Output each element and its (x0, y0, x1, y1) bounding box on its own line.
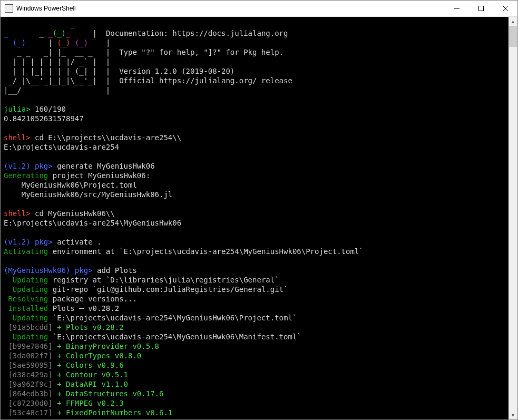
pkg-added: + DataStructures v0.17.6 (53, 389, 164, 398)
status-text: Updating (4, 314, 48, 322)
pkg-hash: [b99e7846] (4, 342, 53, 350)
pkg-added: + DataAPI v1.1.0 (53, 380, 128, 388)
banner-line: (_) (75, 38, 88, 47)
pkg-hash: [53c48c17] (4, 408, 53, 417)
output-text: E:\projects\ucdavis-are254 (4, 143, 119, 151)
output-text: environment at `E:\projects\ucdavis-are2… (48, 247, 363, 256)
banner-line: |__/ | (4, 86, 110, 94)
command-text: cd MyGeniusHwk06\\ (31, 209, 115, 218)
banner-line: | (88, 38, 110, 47)
banner-line: | | | | | | |/ _` | | (4, 57, 110, 66)
output-text: `E:\projects\ucdavis-are254\MyGeniusHwk0… (48, 333, 301, 341)
command-text: 160/190 (31, 105, 66, 113)
scroll-down-icon[interactable]: ▼ (509, 411, 517, 419)
pkg-hash: [91a5bcdd] (4, 323, 53, 331)
status-text: Resolving (4, 295, 48, 303)
banner-line: (_) (53, 29, 66, 37)
output-text: project MyGeniusHwk06: (48, 171, 150, 180)
maximize-button[interactable] (469, 1, 493, 16)
shell-prompt: shell> (4, 133, 31, 142)
pkg-hash: [d38c429a] (4, 370, 53, 379)
minimize-button[interactable] (445, 1, 469, 16)
banner-line: _ (8, 29, 48, 37)
pkg-prompt: (v1.2) pkg> (4, 162, 53, 170)
svg-rect-1 (479, 6, 484, 11)
output-text: `E:\projects\ucdavis-are254\MyGeniusHwk0… (48, 314, 297, 322)
banner-line (4, 38, 13, 47)
pkg-prompt: (MyGeniusHwk06) pkg> (4, 266, 93, 275)
status-text: Updating (4, 285, 48, 294)
scroll-thumb[interactable] (509, 26, 517, 47)
julia-prompt: julia> (4, 105, 31, 113)
window-title: Windows PowerShell (16, 5, 445, 12)
pkg-added: + Contour v0.5.1 (53, 370, 128, 379)
command-text: generate MyGeniusHwk06 (53, 162, 155, 170)
pkg-hash: [3da002f7] (4, 351, 53, 360)
output-text: package versions... (48, 295, 137, 303)
output-text: E:\projects\ucdavis-are254\MyGeniusHwk06 (4, 219, 181, 227)
pkg-hash: [9a962f9c] (4, 380, 53, 388)
output-text: registry at `D:\libraries\julia\registri… (48, 276, 279, 284)
output-text: 0.8421052631578947 (4, 114, 84, 123)
powershell-window: Windows PowerShell _ _ _ _(_)_ | Documen… (0, 0, 518, 420)
app-icon (5, 4, 13, 13)
banner-line: (_) (13, 38, 26, 47)
banner-line: _ (48, 29, 52, 37)
pkg-added: + ColorTypes v0.8.0 (53, 351, 142, 360)
status-text: Updating (4, 333, 48, 341)
banner-line: _ _ _| |_ __ _ | Type "?" for help, "]?"… (4, 48, 284, 56)
pkg-hash: [5ae59095] (4, 361, 53, 369)
banner-line: | Documentation: https://docs.julialang.… (70, 29, 288, 37)
terminal-area: _ _ _ _(_)_ | Documentation: https://doc… (1, 17, 517, 419)
output-text: MyGeniusHwk06\Project.toml (4, 181, 137, 189)
banner-line: | (26, 38, 57, 47)
close-icon (503, 6, 508, 11)
command-text: cd E:\\projects\\ucdavis-are254\\ (31, 133, 182, 142)
banner-line: | | |_| | | | (_| | | Version 1.2.0 (201… (4, 67, 234, 75)
pkg-added: + BinaryProvider v0.5.8 (53, 342, 159, 350)
titlebar: Windows PowerShell (1, 1, 517, 17)
status-text: Updating (4, 276, 48, 284)
terminal-output[interactable]: _ _ _ _(_)_ | Documentation: https://doc… (1, 17, 509, 419)
banner-line (70, 38, 74, 47)
pkg-added: + Plots v0.28.2 (53, 323, 124, 331)
pkg-hash: [864edb3b] (4, 389, 53, 398)
shell-prompt: shell> (4, 209, 31, 218)
banner-line: (_) (57, 38, 70, 47)
output-text: Plots ─ v0.28.2 (48, 304, 119, 312)
banner-line: _/ |\__'_|_|_|\__'_| | Official https://… (4, 76, 292, 85)
banner-line: _ (70, 19, 74, 28)
pkg-prompt: (v1.2) pkg> (4, 238, 53, 246)
pkg-hash: [c87230d0] (4, 399, 53, 407)
command-text: add Plots (93, 266, 137, 275)
status-text: Generating (4, 171, 48, 180)
status-text: Activating (4, 247, 48, 256)
scroll-up-icon[interactable]: ▲ (509, 17, 517, 26)
maximize-icon (478, 6, 484, 11)
command-text: activate . (53, 238, 102, 246)
minimize-icon (454, 6, 460, 11)
output-text: git-repo `git@github.com:JuliaRegistries… (48, 285, 288, 294)
pkg-added: + FixedPointNumbers v0.6.1 (53, 408, 173, 417)
status-text: Installed (4, 304, 48, 312)
pkg-added: + FFMPEG v0.2.3 (53, 399, 124, 407)
banner-line (4, 19, 70, 28)
vertical-scrollbar[interactable]: ▲ ▼ (509, 17, 517, 419)
output-text: MyGeniusHwk06/src/MyGeniusHwk06.jl (4, 190, 172, 199)
close-button[interactable] (493, 1, 517, 16)
pkg-added: + Colors v0.9.6 (53, 361, 124, 369)
